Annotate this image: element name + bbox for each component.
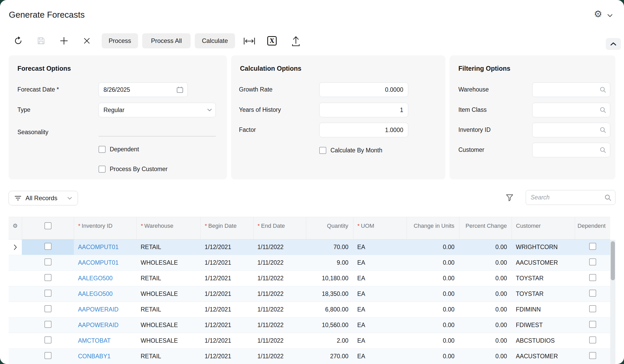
row-checkbox[interactable] xyxy=(44,321,51,328)
cell-warehouse[interactable]: WHOLESALE xyxy=(136,286,200,302)
cell-end-date[interactable]: 1/11/2022 xyxy=(253,239,306,255)
factor-field[interactable] xyxy=(319,123,408,137)
cell-percent-change[interactable]: 0.00 xyxy=(459,271,512,286)
dependent-checkbox[interactable] xyxy=(589,305,596,312)
cell-end-date[interactable]: 1/11/2022 xyxy=(253,302,306,317)
col-change-in-units[interactable]: Change in Units xyxy=(407,217,459,239)
cell-begin-date[interactable]: 1/12/2021 xyxy=(200,302,253,317)
process-by-customer-checkbox[interactable] xyxy=(99,166,106,173)
select-all-header-cell[interactable] xyxy=(22,217,74,239)
table-row[interactable]: AAPOWERAID RETAIL 1/12/2021 1/11/2022 6,… xyxy=(9,302,610,317)
cell-uom[interactable]: EA xyxy=(353,349,407,364)
row-checkbox[interactable] xyxy=(44,258,51,265)
cell-dependent[interactable] xyxy=(575,349,610,364)
row-expander[interactable] xyxy=(9,286,22,302)
row-expander[interactable] xyxy=(9,271,22,286)
cell-percent-change[interactable]: 0.00 xyxy=(459,302,512,317)
cell-quantity[interactable]: 18,350.00 xyxy=(306,286,353,302)
cell-change-in-units[interactable]: 0.00 xyxy=(407,317,459,333)
cell-uom[interactable]: EA xyxy=(353,286,407,302)
row-expander[interactable] xyxy=(9,333,22,349)
inventory-link[interactable]: AALEGO500 xyxy=(78,275,113,282)
table-row[interactable]: AALEGO500 RETAIL 1/12/2021 1/11/2022 10,… xyxy=(9,271,610,286)
factor-input[interactable] xyxy=(320,123,408,137)
cell-inventory-id[interactable]: AALEGO500 xyxy=(74,286,136,302)
cell-customer[interactable]: ABCSTUDIOS xyxy=(512,333,575,349)
inventory-id-filter-input[interactable] xyxy=(532,123,610,137)
cell-begin-date[interactable]: 1/12/2021 xyxy=(200,317,253,333)
cell-quantity[interactable]: 10,560.00 xyxy=(306,317,353,333)
row-checkbox[interactable] xyxy=(44,352,51,359)
cell-uom[interactable]: EA xyxy=(353,255,407,271)
row-select-cell[interactable] xyxy=(22,271,74,286)
cell-warehouse[interactable]: RETAIL xyxy=(136,271,200,286)
cell-end-date[interactable]: 1/11/2022 xyxy=(253,349,306,364)
cell-dependent[interactable] xyxy=(575,317,610,333)
row-select-cell[interactable] xyxy=(22,333,74,349)
cell-change-in-units[interactable]: 0.00 xyxy=(407,239,459,255)
row-select-cell[interactable] xyxy=(22,302,74,317)
cell-customer[interactable]: AACUSTOMER xyxy=(512,255,575,271)
years-of-history-input[interactable] xyxy=(320,103,408,117)
cell-warehouse[interactable]: RETAIL xyxy=(136,349,200,364)
cell-uom[interactable]: EA xyxy=(353,302,407,317)
vertical-scrollbar[interactable] xyxy=(610,240,615,364)
add-row-icon[interactable] xyxy=(59,36,69,46)
cell-dependent[interactable] xyxy=(575,255,610,271)
column-settings-gear-icon[interactable]: ⚙ xyxy=(9,217,22,239)
cell-warehouse[interactable]: RETAIL xyxy=(136,302,200,317)
inventory-link[interactable]: AALEGO500 xyxy=(78,290,113,297)
search-icon[interactable] xyxy=(600,107,606,113)
scrollbar-thumb[interactable] xyxy=(611,241,615,280)
cell-change-in-units[interactable]: 0.00 xyxy=(407,255,459,271)
row-expander[interactable] xyxy=(9,317,22,333)
grid-search-input[interactable] xyxy=(526,190,615,205)
chevron-down-icon[interactable] xyxy=(607,14,613,17)
select-all-checkbox[interactable] xyxy=(44,222,51,229)
calculate-button[interactable]: Calculate xyxy=(195,33,235,48)
table-row[interactable]: CONBABY1 RETAIL 1/12/2021 1/11/2022 270.… xyxy=(9,349,610,364)
export-to-excel-icon[interactable]: X xyxy=(267,36,277,46)
cell-percent-change[interactable]: 0.00 xyxy=(459,349,512,364)
cell-inventory-id[interactable]: AACOMPUT01 xyxy=(74,255,136,271)
process-button[interactable]: Process xyxy=(102,33,138,48)
cell-uom[interactable]: EA xyxy=(353,317,407,333)
dependent-checkbox[interactable] xyxy=(589,258,596,265)
cell-customer[interactable]: WRIGHTCORN xyxy=(512,239,575,255)
cell-dependent[interactable] xyxy=(575,286,610,302)
inventory-link[interactable]: AACOMPUT01 xyxy=(78,244,119,250)
table-row[interactable]: AACOMPUT01 RETAIL 1/12/2021 1/11/2022 70… xyxy=(9,239,610,255)
calculate-by-month-checkbox[interactable] xyxy=(319,147,326,154)
process-by-customer-checkbox-row[interactable]: Process By Customer xyxy=(99,166,167,173)
cell-inventory-id[interactable]: AAPOWERAID xyxy=(74,302,136,317)
cell-end-date[interactable]: 1/11/2022 xyxy=(253,333,306,349)
col-dependent[interactable]: Dependent xyxy=(575,217,610,239)
table-row[interactable]: AMCTOBAT WHOLESALE 1/12/2021 1/11/2022 2… xyxy=(9,333,610,349)
inventory-id-filter-field[interactable] xyxy=(532,123,610,137)
col-warehouse[interactable]: *Warehouse xyxy=(136,217,200,239)
search-icon[interactable] xyxy=(600,147,606,153)
item-class-filter-field[interactable] xyxy=(532,103,610,117)
cell-quantity[interactable]: 70.00 xyxy=(306,239,353,255)
fit-to-screen-icon[interactable] xyxy=(243,37,255,45)
cell-warehouse[interactable]: WHOLESALE xyxy=(136,255,200,271)
inventory-link[interactable]: AMCTOBAT xyxy=(78,337,111,344)
cell-customer[interactable]: TOYSTAR xyxy=(512,286,575,302)
cell-warehouse[interactable]: WHOLESALE xyxy=(136,317,200,333)
forecast-date-field[interactable] xyxy=(99,82,188,97)
cell-customer[interactable]: FDIMINN xyxy=(512,302,575,317)
records-filter-dropdown[interactable]: All Records xyxy=(9,191,78,205)
customer-filter-field[interactable] xyxy=(532,143,610,157)
cell-end-date[interactable]: 1/11/2022 xyxy=(253,286,306,302)
row-select-cell[interactable] xyxy=(22,255,74,271)
dependent-checkbox[interactable] xyxy=(589,243,596,250)
cell-dependent[interactable] xyxy=(575,333,610,349)
dependent-checkbox[interactable] xyxy=(99,146,106,153)
cell-begin-date[interactable]: 1/12/2021 xyxy=(200,349,253,364)
row-checkbox[interactable] xyxy=(44,243,51,250)
col-begin-date[interactable]: *Begin Date xyxy=(200,217,253,239)
cell-begin-date[interactable]: 1/12/2021 xyxy=(200,239,253,255)
col-uom[interactable]: *UOM xyxy=(353,217,407,239)
warehouse-filter-field[interactable] xyxy=(532,82,610,97)
dependent-checkbox[interactable] xyxy=(589,290,596,297)
